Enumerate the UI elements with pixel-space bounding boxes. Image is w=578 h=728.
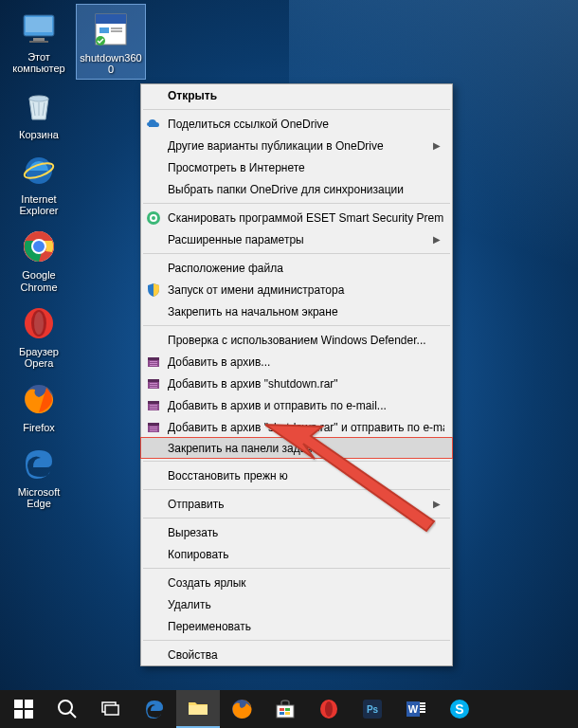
menu-item-label: Копировать (168, 548, 444, 561)
menu-item-label: Добавить в архив и отправить по e-mail..… (168, 399, 444, 412)
taskbar-store[interactable] (263, 690, 307, 728)
menu-item[interactable]: Добавить в архив и отправить по e-mail..… (141, 394, 452, 416)
svg-rect-44 (14, 700, 23, 708)
desktop-icon-recycle-bin[interactable]: Корзина (4, 82, 74, 144)
menu-item[interactable]: Запуск от имени администратора (141, 279, 452, 300)
desktop-icon-chrome[interactable]: Google Chrome (4, 222, 74, 296)
blank-icon (145, 87, 162, 104)
svg-rect-41 (150, 427, 157, 428)
menu-item[interactable]: Открыть (141, 84, 452, 106)
menu-item[interactable]: Восстановить прежн ю (141, 464, 452, 486)
menu-item[interactable]: Отправить▶ (141, 493, 452, 515)
menu-item-label: Удалить (168, 598, 444, 611)
menu-item[interactable]: Другие варианты публикации в OneDrive▶ (141, 135, 452, 156)
desktop-icon-firefox[interactable]: Firefox (4, 374, 74, 437)
menu-item[interactable]: Закрепить на панели задач (140, 437, 453, 459)
menu-item[interactable]: Расположение файла (141, 257, 452, 279)
menu-separator (143, 489, 450, 490)
blank-icon (145, 440, 162, 457)
svg-point-10 (29, 96, 48, 101)
svg-point-19 (34, 312, 44, 335)
menu-item[interactable]: Удалить (141, 593, 452, 615)
menu-item[interactable]: Копировать (141, 543, 452, 565)
svg-rect-7 (111, 27, 122, 29)
menu-separator (143, 461, 450, 462)
icon-label: Корзина (19, 129, 59, 140)
onedrive-icon (145, 116, 162, 133)
menu-item[interactable]: Расширенные параметры▶ (141, 228, 452, 250)
menu-item[interactable]: Сканировать программой ESET Smart Securi… (141, 207, 452, 228)
taskbar-skype[interactable]: S (438, 690, 481, 728)
taskbar-opera[interactable] (307, 690, 351, 728)
taskbar-edge[interactable] (133, 690, 176, 728)
svg-rect-66 (420, 705, 425, 707)
menu-item-label: Добавить в архив "shutdown.rar" (168, 377, 444, 391)
svg-rect-30 (148, 379, 159, 382)
winrar-icon (145, 375, 162, 392)
blank-icon (145, 159, 162, 176)
blank-icon (145, 546, 162, 563)
taskbar-firefox[interactable] (220, 690, 263, 728)
taskbar-task-view[interactable] (89, 690, 133, 728)
menu-item[interactable]: Вырезать (141, 521, 452, 543)
submenu-arrow-icon: ▶ (433, 499, 444, 509)
start-button[interactable] (2, 690, 45, 728)
desktop-icon-shutdown[interactable]: shutdown3600 (76, 4, 146, 80)
svg-line-49 (70, 712, 76, 718)
menu-item-label: Создать ярлык (168, 576, 444, 590)
svg-point-23 (152, 216, 155, 220)
menu-item[interactable]: Создать ярлык (141, 572, 452, 593)
desktop-icon-opera[interactable]: Браузер Opera (4, 299, 74, 373)
blank-icon (145, 181, 162, 198)
menu-item-label: Сканировать программой ESET Smart Securi… (168, 211, 444, 225)
svg-rect-25 (148, 357, 159, 360)
menu-separator (143, 640, 450, 641)
menu-item[interactable]: Переименовать (141, 615, 452, 637)
taskbar-file-explorer[interactable] (176, 690, 220, 728)
menu-item[interactable]: Проверка с использованием Windows Defend… (141, 329, 452, 351)
firefox-icon (18, 378, 60, 420)
icon-label: Этот компьютер (6, 51, 72, 74)
icon-label: Google Chrome (6, 269, 72, 292)
svg-rect-47 (25, 710, 33, 719)
menu-item-label: Другие варианты публикации в OneDrive (168, 139, 433, 153)
blank-icon (145, 467, 162, 484)
svg-text:Ps: Ps (367, 704, 379, 715)
submenu-arrow-icon: ▶ (433, 140, 444, 151)
menu-separator (143, 568, 450, 569)
taskbar-photoshop[interactable]: Ps (351, 690, 394, 728)
menu-item[interactable]: Добавить в архив "shutdown.rar" и отправ… (141, 416, 452, 438)
menu-separator (143, 253, 450, 254)
menu-item[interactable]: Добавить в архив "shutdown.rar" (141, 373, 452, 394)
desktop-icons-area: Этот компьютер shutdown3600 Корзина Inte… (4, 4, 146, 513)
desktop-icon-this-pc[interactable]: Этот компьютер (4, 4, 74, 80)
svg-rect-52 (189, 705, 208, 715)
taskbar-word[interactable]: W (394, 690, 438, 728)
desktop-icon-edge[interactable]: Microsoft Edge (4, 439, 74, 513)
menu-item[interactable]: Поделиться ссылкой OneDrive (141, 113, 452, 135)
menu-item[interactable]: Закрепить на начальном экране (141, 300, 452, 322)
menu-item[interactable]: Просмотреть в Интернете (141, 156, 452, 178)
menu-item-label: Вырезать (168, 526, 444, 539)
svg-text:W: W (408, 703, 419, 715)
svg-rect-51 (105, 705, 118, 715)
recycle-bin-icon (18, 85, 60, 127)
menu-item[interactable]: Выбрать папки OneDrive для синхронизации (141, 178, 452, 200)
menu-item-label: Проверка с использованием Windows Defend… (168, 334, 444, 347)
menu-item-label: Расположение файла (168, 262, 444, 275)
taskbar: Ps W S (0, 690, 578, 728)
desktop-icon-ie[interactable]: Internet Explorer (4, 146, 74, 220)
svg-rect-57 (280, 712, 284, 715)
svg-rect-32 (150, 385, 157, 386)
menu-item[interactable]: Добавить в архив... (141, 351, 452, 373)
blank-icon (145, 260, 162, 277)
menu-item[interactable]: Свойства (141, 644, 452, 665)
svg-rect-28 (150, 365, 157, 366)
taskbar-search[interactable] (45, 690, 89, 728)
menu-item-label: Добавить в архив "shutdown.rar" и отправ… (168, 421, 444, 434)
svg-point-48 (59, 701, 72, 714)
svg-rect-26 (150, 361, 157, 362)
svg-rect-68 (420, 711, 425, 713)
svg-rect-38 (150, 409, 157, 410)
svg-rect-5 (96, 14, 126, 24)
